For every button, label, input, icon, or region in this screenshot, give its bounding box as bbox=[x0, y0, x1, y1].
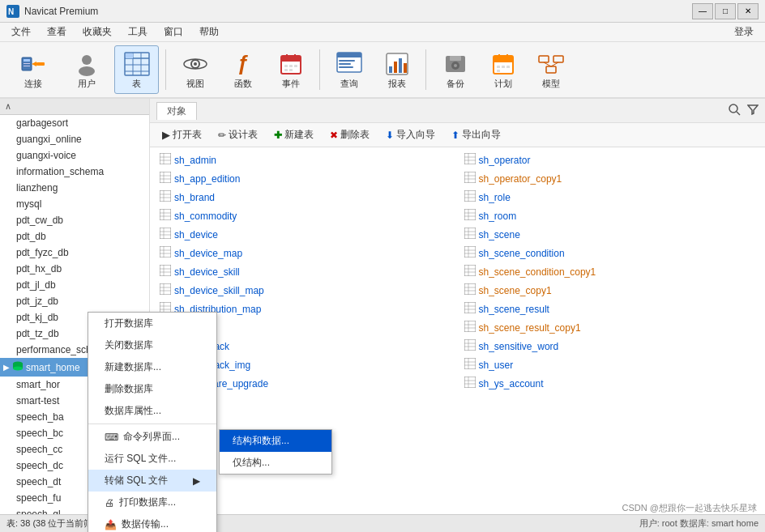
export-wizard-button[interactable]: ⬆ 导出向导 bbox=[444, 126, 508, 144]
minimize-button[interactable]: — bbox=[692, 3, 713, 19]
menu-help[interactable]: 帮助 bbox=[191, 23, 227, 40]
table-name: sh_room bbox=[479, 211, 517, 222]
filter-icon[interactable] bbox=[747, 104, 759, 117]
table-item[interactable]: sh_device_map bbox=[153, 244, 458, 262]
table-item[interactable]: sh_scene_condition_copy1 bbox=[458, 262, 763, 281]
ctx-close-db[interactable]: 关闭数据库 bbox=[88, 334, 216, 356]
open-table-button[interactable]: ▶ 打开表 bbox=[155, 126, 209, 144]
report-tool[interactable]: 报表 bbox=[374, 45, 419, 94]
maximize-button[interactable]: □ bbox=[715, 3, 736, 19]
ctx-delete-db[interactable]: 删除数据库 bbox=[88, 378, 216, 400]
connect-tool[interactable]: 连接 bbox=[6, 45, 59, 94]
sidebar-item-guangxi-online[interactable]: guangxi_online bbox=[0, 131, 149, 147]
table-item[interactable]: sh_scene_result_copy1 bbox=[458, 318, 763, 337]
svg-rect-111 bbox=[160, 265, 171, 276]
ctx-transfer-sql[interactable]: 转储 SQL 文件 ▶ bbox=[88, 470, 216, 492]
svg-rect-3 bbox=[24, 59, 30, 62]
ctx-arrow-right: ▶ bbox=[193, 475, 200, 487]
table-item[interactable]: sh_scene bbox=[458, 225, 763, 244]
table-item[interactable]: sh_device bbox=[153, 225, 458, 244]
table-item[interactable]: sh_user bbox=[458, 355, 763, 374]
svg-rect-26 bbox=[294, 65, 297, 67]
sidebar-collapse-icon[interactable]: ∧ bbox=[5, 101, 11, 112]
context-menu: 打开数据库 关闭数据库 新建数据库... 删除数据库 数据库属性... ⌨ 命令… bbox=[88, 312, 217, 532]
svg-rect-99 bbox=[464, 228, 476, 239]
ctx-data-transfer[interactable]: 📤 数据传输... bbox=[88, 513, 216, 532]
table-item[interactable]: sh_device_skill bbox=[153, 262, 458, 281]
import-wizard-button[interactable]: ⬇ 导入向导 bbox=[378, 126, 442, 144]
sidebar-item-information-schema[interactable]: information_schema bbox=[0, 164, 149, 180]
table-label: 表 bbox=[132, 78, 141, 90]
svg-rect-4 bbox=[24, 63, 30, 64]
svg-rect-103 bbox=[160, 246, 171, 257]
sub-ctx-struct-only[interactable]: 仅结构... bbox=[220, 452, 331, 474]
table-tool[interactable]: 表 bbox=[114, 45, 159, 94]
ctx-cmd[interactable]: ⌨ 命令列界面... bbox=[88, 426, 216, 448]
menu-view[interactable]: 查看 bbox=[39, 23, 75, 40]
sidebar-item-pdt-hx-db[interactable]: pdt_hx_db bbox=[0, 261, 149, 277]
cmd-icon: ⌨ bbox=[105, 432, 118, 443]
login-button[interactable]: 登录 bbox=[726, 23, 762, 40]
menu-file[interactable]: 文件 bbox=[3, 23, 39, 40]
sidebar-item-mysql[interactable]: mysql bbox=[0, 196, 149, 212]
svg-rect-123 bbox=[464, 283, 476, 295]
table-item[interactable]: sh_admin bbox=[153, 151, 458, 169]
sidebar-item-pdt-db[interactable]: pdt_db bbox=[0, 228, 149, 245]
table-item[interactable]: sh_sensitive_word bbox=[458, 337, 763, 355]
model-icon bbox=[538, 49, 564, 78]
sidebar-item-pdt-jl-db[interactable]: pdt_jl_db bbox=[0, 277, 149, 293]
menu-tools[interactable]: 工具 bbox=[120, 23, 156, 40]
ctx-new-db[interactable]: 新建数据库... bbox=[88, 356, 216, 378]
model-tool[interactable]: 模型 bbox=[528, 45, 573, 94]
svg-rect-36 bbox=[389, 66, 392, 73]
sidebar-item-pdt-cw-db[interactable]: pdt_cw_db bbox=[0, 212, 149, 228]
delete-table-button[interactable]: ✖ 删除表 bbox=[323, 126, 377, 144]
db-icon bbox=[12, 360, 24, 374]
sidebar-item-pdt-jz-db[interactable]: pdt_jz_db bbox=[0, 293, 149, 309]
ctx-open-db[interactable]: 打开数据库 bbox=[88, 313, 216, 334]
svg-rect-115 bbox=[464, 265, 476, 276]
ctx-print-db[interactable]: 🖨 打印数据库... bbox=[88, 492, 216, 513]
table-icon bbox=[464, 321, 476, 334]
menu-window[interactable]: 窗口 bbox=[156, 23, 191, 40]
sidebar-item-lianzheng[interactable]: lianzheng bbox=[0, 180, 149, 196]
table-item[interactable]: sh_scene_result bbox=[458, 300, 763, 318]
table-icon bbox=[160, 153, 171, 167]
ctx-run-sql[interactable]: 运行 SQL 文件... bbox=[88, 448, 216, 470]
backup-tool[interactable]: 备份 bbox=[433, 45, 477, 94]
sidebar-item-guangxi-voice[interactable]: guangxi-voice bbox=[0, 147, 149, 164]
objects-tab[interactable]: 对象 bbox=[156, 102, 197, 120]
table-item[interactable]: sh_commodity bbox=[153, 206, 458, 225]
query-tool[interactable]: 查询 bbox=[327, 45, 371, 94]
table-item[interactable]: sh_role bbox=[458, 188, 763, 206]
table-item[interactable]: sh_scene_condition bbox=[458, 244, 763, 262]
menu-favorites[interactable]: 收藏夹 bbox=[75, 23, 120, 40]
ctx-db-props[interactable]: 数据库属性... bbox=[88, 400, 216, 422]
svg-rect-46 bbox=[494, 60, 513, 62]
sub-ctx-struct-data[interactable]: 结构和数据... bbox=[220, 430, 331, 452]
sidebar-item-garbagesort[interactable]: garbagesort bbox=[0, 115, 149, 131]
design-table-button[interactable]: ✏ 设计表 bbox=[211, 126, 265, 144]
table-item[interactable]: sh_scene_copy1 bbox=[458, 281, 763, 300]
svg-rect-33 bbox=[339, 63, 351, 65]
table-item[interactable]: sh_operator bbox=[458, 151, 763, 169]
schedule-tool[interactable]: 计划 bbox=[481, 45, 525, 94]
table-item[interactable]: sh_app_edition bbox=[153, 169, 458, 188]
table-item[interactable]: sh_device_skill_map bbox=[153, 281, 458, 300]
table-icon bbox=[464, 339, 476, 353]
event-icon bbox=[279, 49, 303, 78]
user-tool[interactable]: 用户 bbox=[62, 45, 111, 94]
view-tool[interactable]: 视图 bbox=[173, 45, 217, 94]
new-table-button[interactable]: ✚ 新建表 bbox=[267, 126, 321, 144]
table-item[interactable]: sh_ys_account bbox=[458, 374, 763, 393]
table-item[interactable]: sh_operator_copy1 bbox=[458, 169, 763, 188]
function-tool[interactable]: ƒ 函数 bbox=[220, 45, 265, 94]
svg-rect-83 bbox=[464, 190, 476, 202]
event-tool[interactable]: 事件 bbox=[268, 45, 313, 94]
sidebar-item-pdt-fyzc-db[interactable]: pdt_fyzc_db bbox=[0, 245, 149, 261]
table-item[interactable]: sh_room bbox=[458, 206, 763, 225]
table-item[interactable]: sh_brand bbox=[153, 188, 458, 206]
table-icon bbox=[464, 377, 476, 390]
search-icon[interactable] bbox=[728, 103, 741, 118]
close-button[interactable]: ✕ bbox=[737, 3, 759, 19]
